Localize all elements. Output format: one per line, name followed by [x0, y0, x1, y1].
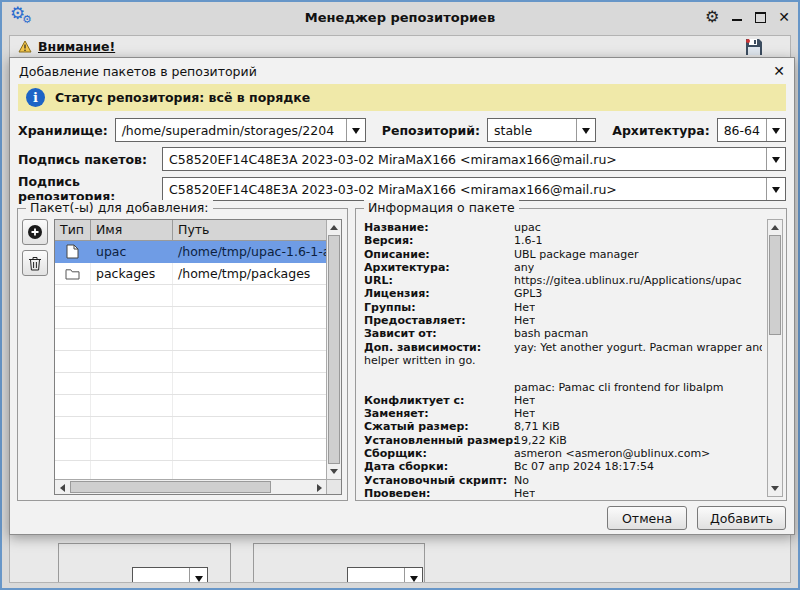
info-row: Сжатый размер:8,71 KiB: [364, 420, 762, 433]
scrollbar-thumb[interactable]: [328, 235, 340, 464]
scroll-down-icon[interactable]: [327, 464, 341, 479]
settings-gear-icon[interactable]: ⚙: [705, 9, 719, 25]
chevron-down-icon[interactable]: [576, 119, 595, 141]
table-empty-row: [55, 351, 326, 373]
save-icon[interactable]: [745, 38, 763, 59]
minimize-button[interactable]: [731, 11, 743, 23]
scrollbar-thumb[interactable]: [70, 481, 271, 493]
file-icon: [55, 241, 91, 262]
column-header-type[interactable]: Тип: [55, 220, 91, 240]
scroll-up-icon[interactable]: [768, 220, 782, 235]
info-icon: i: [26, 88, 45, 107]
table-empty-row: [55, 285, 326, 307]
chevron-down-icon[interactable]: [766, 178, 785, 200]
column-header-name[interactable]: Имя: [91, 220, 173, 240]
info-row: pamac: Pamac cli frontend for libalpm: [364, 381, 762, 394]
main-window: ⚙ ⚙ Менеджер репозиториев ⚙ ✕ Внимание!: [0, 0, 800, 590]
close-window-button[interactable]: ✕: [778, 10, 790, 24]
package-info-list: Название:upacВерсия:1.6-1Описание:UBL pa…: [364, 221, 762, 497]
info-row: Заменяет:Нет: [364, 407, 762, 420]
titlebar: ⚙ ⚙ Менеджер репозиториев ⚙ ✕: [2, 2, 798, 32]
table-row[interactable]: upac/home/tmp/upac-1.6-1-any: [55, 241, 326, 263]
table-empty-row: [55, 439, 326, 461]
storage-combobox[interactable]: /home/superadmin/storages/2204: [115, 118, 366, 142]
package-info-groupbox: Информация о пакете Название:upacВерсия:…: [355, 208, 787, 501]
info-row: helper written in go.: [364, 354, 762, 367]
column-header-path[interactable]: Путь: [173, 220, 326, 240]
chevron-down-icon[interactable]: [189, 568, 207, 583]
package-path: /home/tmp/packages: [173, 263, 326, 284]
info-row: Архитектура:any: [364, 261, 762, 274]
scroll-right-icon[interactable]: [312, 480, 326, 495]
package-table-header: Тип Имя Путь: [55, 220, 326, 241]
info-row: URL:https://gitea.ublinux.ru/Application…: [364, 274, 762, 287]
repo-signature-combobox[interactable]: C58520EF14C48E3A 2023-03-02 MiraMaX166 <…: [162, 177, 786, 201]
chevron-down-icon[interactable]: [766, 148, 785, 170]
scroll-up-icon[interactable]: [327, 220, 341, 235]
info-row: Описание:UBL package manager: [364, 248, 762, 261]
warning-label: Внимание!: [38, 39, 115, 54]
info-row: Доп. зависимости:yay: Yet another yogurt…: [364, 341, 762, 354]
horizontal-scrollbar[interactable]: [55, 479, 326, 494]
chevron-down-icon[interactable]: [346, 119, 365, 141]
info-row: Зависит от:bash pacman: [364, 327, 762, 340]
table-row[interactable]: packages/home/tmp/packages: [55, 263, 326, 285]
background-combo[interactable]: [347, 567, 423, 583]
packages-legend: Пакет(-ы) для добавления:: [26, 200, 213, 215]
maximize-button[interactable]: [755, 12, 766, 23]
package-table-body: upac/home/tmp/upac-1.6-1-anypackages/hom…: [55, 241, 326, 479]
architecture-label: Архитектура:: [612, 123, 709, 138]
background-combo[interactable]: [132, 567, 208, 583]
repository-combobox[interactable]: stable: [487, 118, 596, 142]
packages-groupbox: Пакет(-ы) для добавления:: [17, 208, 348, 501]
package-name: packages: [91, 263, 173, 284]
storage-label: Хранилище:: [18, 123, 108, 138]
architecture-combobox[interactable]: 86-64: [717, 118, 786, 142]
table-empty-row: [55, 461, 326, 479]
scrollbar-corner: [326, 479, 341, 494]
dialog-buttons: Отмена Добавить: [607, 506, 786, 530]
table-empty-row: [55, 373, 326, 395]
package-table: Тип Имя Путь upac/home/tmp/upac-1.6-1-an…: [54, 219, 342, 495]
scroll-left-icon[interactable]: [55, 480, 69, 495]
scrollbar-thumb[interactable]: [769, 235, 781, 335]
repo-signature-row: Подпись репозитория: C58520EF14C48E3A 20…: [18, 177, 786, 201]
window-title: Менеджер репозиториев: [2, 10, 798, 25]
info-row: Проверен:Нет: [364, 487, 762, 497]
package-name: upac: [91, 241, 173, 262]
repository-label: Репозиторий:: [382, 123, 480, 138]
vertical-scrollbar[interactable]: [326, 220, 341, 479]
info-row: Предоставляет:Нет: [364, 314, 762, 327]
package-signature-row: Подпись пакетов: C58520EF14C48E3A 2023-0…: [18, 147, 786, 171]
chevron-down-icon[interactable]: [766, 119, 785, 141]
cancel-button[interactable]: Отмена: [607, 506, 687, 530]
info-row: [364, 367, 762, 380]
info-vertical-scrollbar[interactable]: [767, 219, 783, 497]
package-info-legend: Информация о пакете: [364, 200, 519, 215]
add-packages-dialog: Добавление пакетов в репозиторий ✕ i Ста…: [9, 57, 795, 535]
add-package-button[interactable]: [22, 219, 48, 245]
add-button[interactable]: Добавить: [697, 506, 786, 530]
package-path: /home/tmp/upac-1.6-1-any: [173, 241, 326, 262]
folder-icon: [55, 263, 91, 284]
warning-row: Внимание!: [18, 39, 115, 54]
dialog-close-button[interactable]: ✕: [773, 64, 785, 78]
table-empty-row: [55, 307, 326, 329]
package-signature-combobox[interactable]: C58520EF14C48E3A 2023-03-02 MiraMaX166 <…: [162, 147, 786, 171]
remove-package-button[interactable]: [22, 250, 48, 276]
info-row: Версия:1.6-1: [364, 234, 762, 247]
plus-circle-icon: [27, 224, 43, 240]
info-row: Дата сборки:Вс 07 апр 2024 18:17:54: [364, 460, 762, 473]
packages-toolbar: [22, 219, 48, 276]
info-row: Установленный размер:19,22 KiB: [364, 434, 762, 447]
table-empty-row: [55, 329, 326, 351]
info-row: Конфликтует с:Нет: [364, 394, 762, 407]
table-empty-row: [55, 417, 326, 439]
info-row: Лицензия:GPL3: [364, 287, 762, 300]
status-text: Статус репозитория: всё в порядке: [55, 90, 310, 105]
chevron-down-icon[interactable]: [404, 568, 422, 583]
scroll-down-icon[interactable]: [768, 481, 782, 496]
dialog-title: Добавление пакетов в репозиторий: [19, 64, 257, 79]
form-row: Хранилище: /home/superadmin/storages/220…: [18, 118, 786, 142]
table-empty-row: [55, 395, 326, 417]
